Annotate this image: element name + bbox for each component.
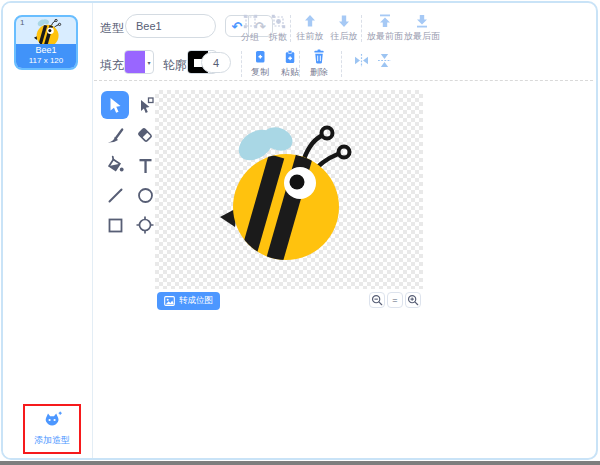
send-backward-button[interactable]: 往后放 (326, 14, 362, 43)
paint-editor-panel: 1 Bee1 117 x 120 添加造型 (1, 1, 598, 460)
zoom-in-icon (407, 294, 419, 306)
crosshair-icon (135, 215, 155, 235)
bitmap-icon (164, 296, 175, 306)
toolbar-divider (341, 51, 342, 77)
toolbar-divider (290, 15, 291, 42)
costume-item-bee1[interactable]: 1 Bee1 117 x 120 (14, 15, 78, 70)
line-tool[interactable] (101, 181, 129, 209)
stroke-width-input[interactable] (201, 52, 231, 73)
toolbar-divider (361, 15, 362, 42)
group-icon (243, 14, 258, 29)
zoom-out-icon (371, 294, 383, 306)
line-icon (106, 186, 125, 205)
zoom-reset-label: = (392, 295, 397, 305)
add-costume-button[interactable]: 添加造型 (26, 411, 78, 447)
toolbar-divider (241, 51, 242, 77)
delete-label: 删除 (310, 66, 328, 79)
costume-list: 1 Bee1 117 x 120 添加造型 (3, 3, 93, 458)
select-tool[interactable] (101, 91, 129, 119)
paste-icon (283, 50, 297, 64)
bring-forward-label: 往前放 (297, 30, 324, 43)
bring-to-front-label: 放最前面 (367, 30, 403, 43)
flip-vertical-icon (377, 53, 392, 68)
toolbar-divider (299, 51, 300, 77)
bring-forward-button[interactable]: 往前放 (292, 14, 328, 43)
add-costume-cat-icon (43, 411, 62, 427)
chevron-down-icon: ▾ (145, 51, 153, 73)
costume-label: Bee1 117 x 120 (16, 44, 76, 68)
paint-editor-window: 1 Bee1 117 x 120 添加造型 (0, 0, 600, 465)
paint-canvas[interactable] (155, 90, 423, 289)
delete-button[interactable]: 删除 (304, 49, 334, 79)
costume-name: Bee1 (16, 44, 76, 56)
reshape-cursor-icon (136, 96, 155, 115)
costume-name-label: 造型 (100, 20, 124, 37)
flip-horizontal-button[interactable] (350, 53, 372, 68)
fill-color-button[interactable]: ▾ (124, 50, 154, 74)
flip-vertical-button[interactable] (373, 53, 395, 68)
flip-horizontal-icon (354, 53, 369, 68)
toolbar-bottom-divider (94, 80, 593, 81)
send-to-back-icon (415, 14, 429, 28)
select-cursor-icon (106, 96, 125, 115)
group-label: 分组 (241, 31, 259, 44)
fill-label: 填充 (100, 57, 124, 74)
zoom-reset-button[interactable]: = (387, 292, 403, 308)
outline-label: 轮廓 (163, 57, 187, 74)
add-costume-label: 添加造型 (26, 434, 78, 447)
ungroup-button[interactable]: 拆散 (263, 14, 293, 44)
delete-icon (312, 49, 326, 64)
window-bottom-edge (0, 461, 600, 465)
costume-name-input[interactable] (125, 14, 216, 38)
bring-forward-icon (303, 14, 317, 28)
send-backward-icon (337, 14, 351, 28)
costume-dimensions: 117 x 120 (16, 56, 76, 66)
brush-tool[interactable] (101, 121, 129, 149)
circle-icon (136, 186, 155, 205)
send-to-back-label: 放最后面 (404, 30, 440, 43)
rectangle-tool[interactable] (101, 211, 129, 239)
convert-to-bitmap-button[interactable]: 转成位图 (157, 292, 220, 310)
group-button[interactable]: 分组 (235, 14, 265, 44)
convert-to-bitmap-label: 转成位图 (179, 295, 213, 307)
bring-to-front-icon (378, 14, 392, 28)
zoom-controls: = (369, 292, 421, 308)
text-icon (136, 156, 155, 175)
rectangle-icon (106, 216, 125, 235)
paste-label: 粘贴 (281, 66, 299, 79)
costume-index: 1 (20, 18, 24, 27)
fill-tool[interactable] (101, 151, 129, 179)
ungroup-label: 拆散 (269, 31, 287, 44)
copy-button[interactable]: 复制 (245, 50, 275, 79)
paste-button[interactable]: 粘贴 (275, 50, 305, 79)
fill-swatch (125, 51, 145, 73)
copy-label: 复制 (251, 66, 269, 79)
brush-icon (105, 125, 125, 145)
send-backward-label: 往后放 (331, 30, 358, 43)
paint-bucket-icon (105, 155, 125, 175)
ungroup-icon (271, 14, 286, 29)
copy-icon (253, 50, 267, 64)
zoom-in-button[interactable] (405, 292, 421, 308)
eraser-icon (135, 125, 155, 145)
bee-image[interactable] (218, 121, 358, 271)
send-to-back-button[interactable]: 放最后面 (400, 14, 444, 43)
zoom-out-button[interactable] (369, 292, 385, 308)
